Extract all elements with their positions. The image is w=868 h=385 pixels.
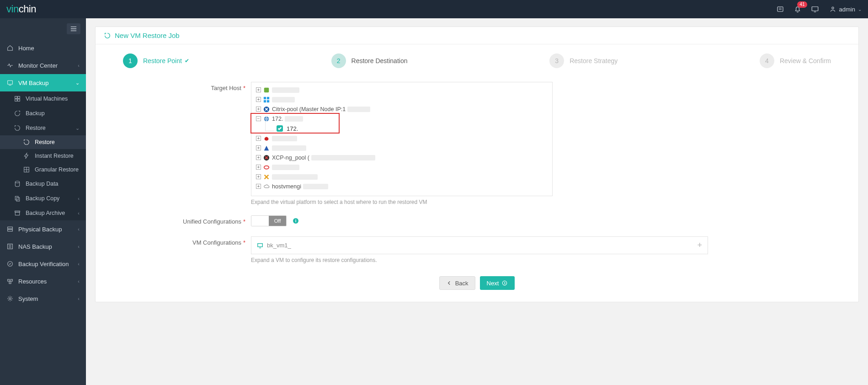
chevron-left-icon: ‹ [78, 296, 80, 301]
blurred-text [347, 107, 370, 112]
expand-icon[interactable]: + [256, 184, 261, 189]
screen-icon[interactable] [808, 2, 822, 16]
chevron-left-icon: ‹ [78, 63, 80, 68]
vmware-icon [263, 86, 270, 94]
brand-logo: vinchin [6, 3, 36, 15]
nav-granular-restore[interactable]: Granular Restore [0, 163, 86, 176]
svg-rect-34 [258, 243, 263, 246]
svg-rect-14 [8, 227, 13, 229]
info-icon[interactable]: i [292, 217, 299, 225]
nav-backup-verification[interactable]: Backup Verification ‹ [0, 255, 86, 273]
step-2[interactable]: 2 Restore Destination [331, 53, 408, 68]
nav-physical-backup[interactable]: Physical Backup ‹ [0, 220, 86, 238]
vm-icon [6, 79, 14, 86]
nav-monitor[interactable]: Monitor Center ‹ [0, 57, 86, 74]
target-host-label: Target Host* [123, 82, 251, 205]
row-target-host: Target Host* + + [96, 81, 858, 208]
vmconf-label: VM Configurations* [123, 236, 251, 263]
nav-nas-backup[interactable]: NAS Backup ‹ [0, 238, 86, 255]
switch-off-label: Off [269, 216, 286, 226]
tree-node-x[interactable]: + [256, 172, 548, 182]
hamburger-icon [67, 23, 80, 34]
windows-icon [263, 96, 270, 103]
tree-node-triangle[interactable]: + [256, 143, 548, 153]
nav-home[interactable]: Home [0, 39, 86, 57]
nav-physical-label: Physical Backup [18, 226, 62, 233]
expand-icon[interactable]: + [256, 174, 261, 179]
button-row: Back Next [96, 266, 858, 302]
nav-backup-data[interactable]: Backup Data [0, 176, 86, 191]
user-icon [829, 5, 836, 13]
blurred-text [272, 174, 318, 180]
blurred-text [272, 165, 299, 170]
tree-node-oval[interactable]: + [256, 162, 548, 172]
unified-label: Unified Configurations* [123, 215, 251, 226]
expand-icon[interactable]: + [256, 165, 261, 170]
panel-title: New VM Restore Job [115, 32, 180, 39]
tree-node-citrix[interactable]: + Citrix-pool (Master Node IP:1 [256, 104, 548, 114]
nav-resources[interactable]: Resources ‹ [0, 273, 86, 290]
tree-node-redhat[interactable]: + [256, 134, 548, 143]
next-button[interactable]: Next [480, 276, 515, 290]
news-icon[interactable] [773, 2, 787, 16]
nav-restore-restore[interactable]: Restore [0, 135, 86, 149]
back-button[interactable]: Back [439, 276, 475, 290]
tree-node-hostvm[interactable]: + hostvmengi [256, 182, 548, 191]
svg-text:i: i [295, 219, 297, 223]
expand-icon[interactable]: + [256, 97, 261, 102]
expand-icon[interactable]: + [256, 145, 261, 150]
tree-node-xcp[interactable]: + XCP-ng_pool ( [256, 153, 548, 162]
tree-hostvm-label: hostvmengi [272, 183, 301, 190]
blurred-text [272, 145, 306, 151]
svg-rect-10 [15, 196, 18, 200]
chevron-left-icon: ‹ [78, 196, 80, 201]
svg-point-35 [503, 281, 507, 285]
wizard-steps: 1 Restore Point ✔ 2 Restore Destination … [96, 44, 858, 81]
cloud-icon [263, 183, 270, 190]
nav-bkverify-label: Backup Verification [18, 261, 69, 267]
expand-icon[interactable]: + [256, 87, 261, 92]
svg-rect-15 [8, 230, 13, 231]
vm-config-box[interactable]: bk_vm1_ + [251, 236, 708, 254]
granular-icon [23, 166, 30, 173]
expand-icon[interactable]: + [256, 107, 261, 112]
nav-backup-copy[interactable]: Backup Copy ‹ [0, 191, 86, 206]
user-menu[interactable]: admin ⌄ [829, 5, 862, 13]
blurred-text [303, 184, 328, 189]
monitor-icon [6, 62, 14, 69]
tree-node-windows[interactable]: + [256, 95, 548, 104]
target-host-tree[interactable]: + + + Citrix-pool (Master Node [251, 82, 553, 196]
topbar: vinchin 41 admin ⌄ [0, 0, 868, 18]
notification-icon[interactable]: 41 [791, 2, 804, 16]
step-3-label: Restore Strategy [570, 57, 618, 64]
step-3[interactable]: 3 Restore Strategy [549, 53, 618, 68]
row-vmconf: VM Configurations* bk_vm1_ + Expand a VM… [96, 235, 858, 266]
triangle-icon [263, 144, 270, 152]
plus-icon[interactable]: + [697, 241, 702, 250]
nav-vmbackup[interactable]: VM Backup ⌄ [0, 74, 86, 91]
chevron-down-icon: ⌄ [75, 80, 80, 86]
user-name: admin [839, 6, 855, 13]
restore-icon [23, 139, 30, 146]
arrow-right-circle-icon [501, 280, 508, 286]
nav-backup[interactable]: Backup [0, 106, 86, 121]
home-icon [6, 44, 14, 52]
row-unified: Unified Configurations* Off i [96, 214, 858, 229]
svg-point-31 [264, 166, 269, 169]
nav-system[interactable]: System ‹ [0, 290, 86, 307]
unified-switch[interactable]: Off [251, 215, 287, 226]
sidebar-collapse[interactable] [0, 18, 86, 39]
expand-icon[interactable]: + [256, 136, 261, 141]
nav-restore[interactable]: Restore ⌄ [0, 121, 86, 135]
step-1[interactable]: 1 Restore Point ✔ [123, 53, 189, 68]
brand-part2: chin [19, 3, 36, 15]
expand-icon[interactable]: + [256, 155, 261, 160]
tree-node-vmware[interactable]: + [256, 85, 548, 95]
nav-bkarchive-label: Backup Archive [26, 210, 65, 216]
step-4[interactable]: 4 Review & Confirm [760, 53, 831, 68]
nav-backup-archive[interactable]: Backup Archive ‹ [0, 206, 86, 220]
nav-virtual-machines[interactable]: Virtual Machines [0, 91, 86, 106]
blurred-text [272, 97, 295, 102]
nav-instant-restore[interactable]: Instant Restore [0, 149, 86, 163]
svg-rect-18 [8, 279, 10, 281]
